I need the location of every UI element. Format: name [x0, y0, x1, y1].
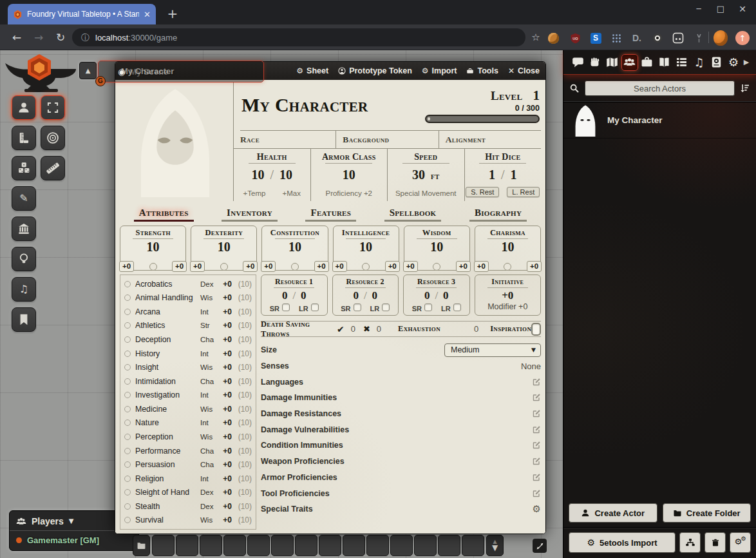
- folder-tree-button[interactable]: [679, 532, 701, 553]
- short-rest-checkbox[interactable]: [354, 303, 361, 311]
- ability-charisma[interactable]: Charisma10+0+0: [475, 226, 541, 271]
- bookmark-star-icon[interactable]: ☆: [528, 30, 543, 46]
- import-button[interactable]: ⚙Import: [422, 66, 457, 75]
- proficiency-ring[interactable]: [124, 336, 131, 343]
- tab-combat[interactable]: [587, 54, 603, 71]
- skill-row-religion[interactable]: ReligionInt+0(10): [124, 472, 252, 486]
- inspiration-checkbox[interactable]: [531, 323, 541, 336]
- resource-max[interactable]: 0: [301, 289, 307, 302]
- hp-max[interactable]: 10: [279, 168, 292, 182]
- sort-icon[interactable]: [740, 83, 750, 93]
- macro-slot[interactable]: [152, 535, 175, 556]
- tab-compendium[interactable]: [708, 54, 724, 71]
- tab-items[interactable]: [639, 54, 656, 71]
- ability-modifier[interactable]: +0: [332, 261, 347, 272]
- macro-slot[interactable]: [247, 535, 270, 556]
- eye-extension-icon[interactable]: [650, 31, 665, 45]
- tools-button[interactable]: Tools: [466, 66, 498, 75]
- sheet-button[interactable]: ⚙Sheet: [296, 66, 328, 75]
- death-fail-count[interactable]: 0: [377, 324, 381, 334]
- sidebar-collapse-button[interactable]: ▶: [742, 54, 750, 71]
- resource-value[interactable]: 0: [424, 289, 430, 302]
- ublock-extension-icon[interactable]: UO: [568, 31, 582, 45]
- proficiency-ring[interactable]: [124, 406, 131, 412]
- tab-inventory[interactable]: Inventory: [222, 207, 278, 222]
- tab-close-icon[interactable]: ✕: [144, 10, 151, 19]
- ability-save[interactable]: +0: [456, 261, 471, 272]
- long-rest-button[interactable]: L. Rest: [507, 187, 540, 197]
- proficiency-ring[interactable]: [362, 263, 370, 271]
- initiative-value[interactable]: +0: [475, 289, 541, 302]
- search-input[interactable]: [585, 81, 735, 96]
- edit-icon[interactable]: [532, 378, 541, 387]
- short-rest-checkbox[interactable]: [282, 303, 290, 311]
- ability-modifier[interactable]: +0: [261, 261, 276, 272]
- lighting-tool[interactable]: [12, 247, 36, 271]
- ability-score[interactable]: 10: [475, 240, 540, 255]
- stylus-extension-icon[interactable]: S: [589, 31, 603, 45]
- macro-slot[interactable]: [319, 535, 341, 556]
- drawings-tool[interactable]: ✎: [12, 186, 36, 211]
- browser-tab[interactable]: Foundry Virtual Tabletop • A Stan ✕: [8, 4, 156, 24]
- race-field[interactable]: Race: [234, 131, 335, 148]
- proficiency-ring[interactable]: [124, 392, 131, 398]
- ability-strength[interactable]: Strength10+0+0: [120, 226, 186, 271]
- proficiency-ring[interactable]: [504, 263, 511, 271]
- close-button[interactable]: ✕Close: [508, 66, 540, 75]
- oo-box-extension-icon[interactable]: [671, 31, 685, 45]
- long-rest-checkbox[interactable]: [382, 303, 390, 311]
- tab-biography[interactable]: Biography: [469, 207, 527, 222]
- dots-grid-extension-icon[interactable]: [609, 31, 623, 45]
- tab-spellbook[interactable]: Spellbook: [384, 207, 442, 222]
- ruler-tool[interactable]: [41, 156, 65, 180]
- proficiency-ring[interactable]: [124, 476, 131, 482]
- measure-tool[interactable]: [12, 126, 36, 150]
- macro-slot[interactable]: [366, 535, 389, 556]
- tab-tables[interactable]: [673, 54, 690, 71]
- edit-icon[interactable]: [532, 409, 541, 418]
- tab-actors[interactable]: [621, 54, 638, 71]
- level-value[interactable]: 1: [533, 88, 540, 104]
- proficiency-ring[interactable]: [220, 263, 228, 271]
- long-rest-checkbox[interactable]: [311, 303, 319, 311]
- proficiency-ring[interactable]: [124, 419, 131, 426]
- resource-value[interactable]: 0: [282, 289, 288, 302]
- edit-icon[interactable]: [532, 489, 541, 498]
- skill-row-investigation[interactable]: InvestigationInt+0(10): [124, 389, 252, 403]
- skill-row-animal-handling[interactable]: Animal HandlingWis+0(10): [124, 291, 252, 305]
- tab-scenes[interactable]: [604, 54, 621, 71]
- cookie-extension-icon[interactable]: [546, 31, 560, 45]
- hp-current[interactable]: 10: [251, 168, 264, 182]
- resource-max[interactable]: 0: [372, 289, 378, 302]
- macro-folder-button[interactable]: [133, 535, 150, 556]
- d-extension-icon[interactable]: D.: [630, 31, 644, 45]
- skill-row-performance[interactable]: PerformanceCha+0(10): [124, 444, 252, 458]
- macro-slot[interactable]: [343, 535, 365, 556]
- forward-button[interactable]: →: [31, 30, 46, 46]
- edit-icon[interactable]: [532, 473, 541, 482]
- ability-save[interactable]: +0: [385, 261, 400, 272]
- skill-row-acrobatics[interactable]: AcrobaticsDex+0(10): [124, 277, 252, 291]
- tab-settings[interactable]: ⚙: [725, 54, 742, 71]
- tiles-tool[interactable]: [12, 156, 36, 180]
- macro-slot[interactable]: [176, 535, 198, 556]
- edit-icon[interactable]: [532, 441, 541, 450]
- proficiency-ring[interactable]: [124, 364, 131, 370]
- speed-value[interactable]: 30: [412, 168, 425, 182]
- site-info-icon[interactable]: ⓘ: [81, 34, 90, 42]
- proficiency-ring[interactable]: [124, 351, 131, 357]
- proficiency-ring[interactable]: [124, 461, 131, 468]
- update-browser-icon[interactable]: ↑: [735, 31, 750, 45]
- skill-row-athletics[interactable]: AthleticsStr+0(10): [124, 319, 252, 333]
- macro-slot[interactable]: [271, 535, 294, 556]
- skill-row-persuasion[interactable]: PersuasionCha+0(10): [124, 457, 252, 472]
- 5etools-import-button[interactable]: ⚙ 5etools Import: [569, 532, 676, 553]
- skill-row-intimidation[interactable]: IntimidationCha+0(10): [124, 374, 252, 389]
- long-rest-checkbox[interactable]: [453, 303, 461, 311]
- ability-modifier[interactable]: +0: [474, 261, 489, 272]
- skill-row-sleight-of-hand[interactable]: Sleight of HandDex+0(10): [124, 485, 252, 499]
- tab-journal[interactable]: [656, 54, 672, 71]
- skill-row-insight[interactable]: InsightWis+0(10): [124, 360, 252, 374]
- window-close-button[interactable]: ✕: [732, 0, 753, 19]
- skill-row-survival[interactable]: SurvivalWis+0(10): [124, 514, 252, 528]
